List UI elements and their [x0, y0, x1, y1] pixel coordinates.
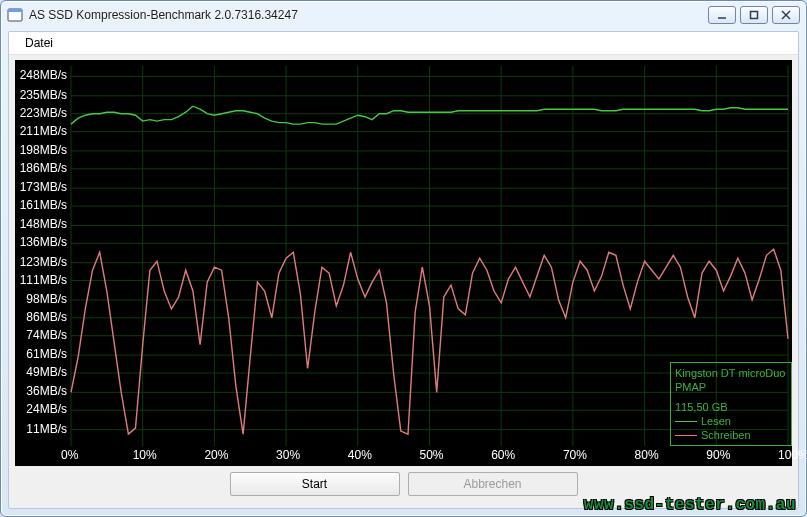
chart: 11MB/s24MB/s36MB/s49MB/s61MB/s74MB/s86MB… — [15, 60, 792, 466]
watermark: www.ssd-tester.com.au — [584, 496, 796, 514]
y-tick-label: 211MB/s — [20, 124, 67, 138]
y-tick-label: 36MB/s — [26, 384, 67, 398]
y-tick-label: 49MB/s — [26, 365, 67, 379]
y-tick-label: 24MB/s — [26, 402, 67, 416]
x-tick-label: 100% — [778, 448, 807, 462]
y-tick-label: 148MB/s — [20, 217, 67, 231]
y-tick-label: 11MB/s — [26, 422, 67, 436]
legend: Kingston DT microDuoPMAP115,50 GBLesenSc… — [670, 362, 792, 446]
app-icon — [7, 7, 23, 23]
y-tick-label: 198MB/s — [20, 143, 67, 157]
y-tick-label: 111MB/s — [20, 273, 67, 287]
legend-firmware: PMAP — [675, 380, 787, 394]
svg-rect-1 — [8, 9, 22, 12]
window-title: AS SSD Kompression-Benchmark 2.0.7316.34… — [29, 8, 708, 22]
x-tick-label: 0% — [61, 448, 78, 462]
client-area: Datei 11MB/s24MB/s36MB/s49MB/s61MB/s74MB… — [8, 31, 799, 509]
x-tick-label: 80% — [635, 448, 659, 462]
titlebar: AS SSD Kompression-Benchmark 2.0.7316.34… — [1, 1, 806, 29]
window-buttons — [708, 6, 800, 24]
y-tick-label: 123MB/s — [20, 255, 67, 269]
y-tick-label: 235MB/s — [20, 88, 67, 102]
y-tick-label: 98MB/s — [26, 292, 67, 306]
svg-rect-3 — [751, 12, 758, 19]
abort-button[interactable]: Abbrechen — [408, 472, 578, 496]
x-tick-label: 20% — [204, 448, 228, 462]
x-tick-label: 10% — [133, 448, 157, 462]
legend-device: Kingston DT microDuo — [675, 366, 787, 380]
legend-read: Lesen — [675, 414, 787, 428]
x-tick-label: 50% — [420, 448, 444, 462]
x-tick-label: 70% — [563, 448, 587, 462]
y-tick-label: 161MB/s — [20, 198, 67, 212]
minimize-button[interactable] — [708, 6, 736, 24]
legend-write: Schreiben — [675, 428, 787, 442]
y-tick-label: 223MB/s — [20, 106, 67, 120]
legend-size: 115,50 GB — [675, 400, 787, 414]
y-tick-label: 136MB/s — [20, 235, 67, 249]
app-window: AS SSD Kompression-Benchmark 2.0.7316.34… — [0, 0, 807, 517]
maximize-button[interactable] — [740, 6, 768, 24]
x-tick-label: 40% — [348, 448, 372, 462]
y-tick-label: 248MB/s — [20, 68, 67, 82]
y-tick-label: 173MB/s — [20, 180, 67, 194]
y-tick-label: 86MB/s — [26, 310, 67, 324]
x-tick-label: 30% — [276, 448, 300, 462]
x-tick-label: 60% — [491, 448, 515, 462]
menu-file[interactable]: Datei — [19, 32, 59, 54]
start-button[interactable]: Start — [230, 472, 400, 496]
y-tick-label: 186MB/s — [20, 161, 67, 175]
y-tick-label: 61MB/s — [26, 347, 67, 361]
x-tick-label: 90% — [706, 448, 730, 462]
menubar: Datei — [9, 32, 798, 55]
y-tick-label: 74MB/s — [26, 328, 67, 342]
close-button[interactable] — [772, 6, 800, 24]
